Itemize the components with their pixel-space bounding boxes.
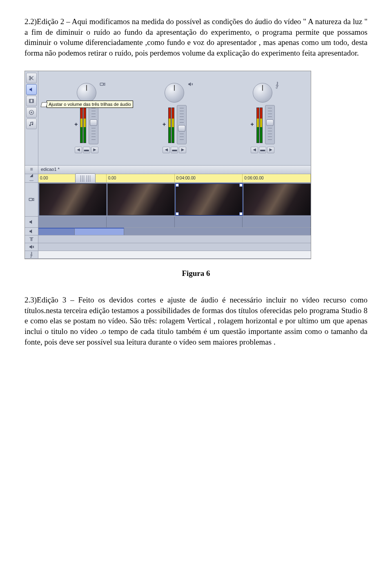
video-track	[25, 183, 311, 217]
ruler-tick-0: 0.00	[38, 174, 107, 182]
svg-rect-6	[29, 198, 32, 201]
music-note-icon[interactable]	[26, 119, 37, 129]
disc-icon[interactable]	[26, 107, 37, 118]
level-meter-1	[80, 106, 86, 143]
camera-icon[interactable]	[25, 183, 38, 216]
ruler-tick-2: 0:04:00.00	[175, 174, 243, 182]
audio1-seg-1[interactable]	[38, 217, 107, 227]
pan-knob-1[interactable]	[77, 83, 96, 103]
camera-mini-icon	[99, 81, 107, 88]
figure-caption: Figura 6	[24, 268, 368, 279]
mute-icon	[187, 81, 195, 88]
collapse-icon: ◢	[30, 172, 33, 178]
paragraph-edicao-2: 2.2)Edição 2 – Aqui modificamos na medid…	[24, 16, 368, 58]
channel-2: + ◄▬►	[163, 83, 187, 153]
audio2-seg-A[interactable]	[38, 228, 75, 235]
sfx-track	[25, 243, 311, 251]
film-icon[interactable]	[26, 96, 37, 106]
audio1-seg-3[interactable]	[175, 217, 243, 227]
paragraph-edicao-3: 2.3)Edição 3 – Feito os devidos cortes e…	[24, 295, 368, 347]
volume-tooltip: Ajustar o volume das três trilhas de áud…	[47, 101, 133, 108]
plus-label-3: +	[251, 121, 254, 128]
plus-label-1: +	[74, 121, 78, 128]
studio8-screenshot: Ajustar o volume das três trilhas de áud…	[24, 71, 311, 259]
plus-label-2: +	[163, 121, 166, 128]
svg-point-1	[29, 78, 31, 80]
audio2-seg-rest[interactable]	[124, 228, 311, 235]
pan-buttons-1[interactable]: ◄▬►	[75, 147, 98, 153]
channel-1: + ◄▬►	[74, 83, 98, 153]
pan-buttons-2[interactable]: ◄▬►	[163, 147, 186, 153]
audio2-seg-B[interactable]	[75, 228, 124, 235]
scissors-icon[interactable]	[26, 73, 37, 83]
video-clip-2[interactable]	[107, 184, 175, 215]
project-name: edicao1 *	[38, 166, 62, 172]
pan-buttons-3[interactable]: ◄▬►	[251, 147, 274, 153]
treble-clef-icon	[275, 81, 283, 88]
svg-point-3	[29, 110, 34, 114]
volume-slider-1[interactable]	[89, 105, 98, 144]
time-ruler[interactable]: ◢ 〰 0.00 0.00 0:04:00.00 0:06:00.00	[25, 174, 311, 183]
pan-knob-3[interactable]	[253, 83, 272, 103]
channel-3: + ◄▬►	[251, 83, 275, 153]
title-track-icon[interactable]	[25, 235, 38, 243]
title-track	[25, 235, 311, 243]
svg-rect-5	[100, 83, 103, 85]
audio1-seg-2[interactable]	[107, 217, 175, 227]
mute-track-icon[interactable]	[25, 243, 38, 251]
timeline-panel: ≡ edicao1 * ◢ 〰 0.00 0.00 0:04:00.00 0:0…	[25, 165, 311, 259]
audio1-seg-4[interactable]	[243, 217, 311, 227]
svg-point-4	[31, 112, 32, 112]
video-clip-1[interactable]	[39, 184, 107, 215]
speaker-track-2-icon[interactable]	[25, 228, 38, 235]
audio-track-1	[25, 217, 311, 228]
audio-mixer-panel: Ajustar o volume das três trilhas de áud…	[25, 71, 311, 165]
timeline-header: ≡ edicao1 *	[25, 166, 311, 174]
ruler-tick-3: 0:06:00.00	[243, 174, 311, 182]
speaker-track-icon[interactable]	[25, 217, 38, 227]
video-clip-3[interactable]	[176, 184, 243, 215]
volume-slider-2[interactable]	[177, 105, 187, 144]
mixer-tool-column	[25, 71, 38, 165]
speaker-icon[interactable]	[26, 84, 37, 95]
level-meter-2	[168, 106, 174, 143]
volume-slider-3[interactable]	[265, 105, 275, 144]
treble-clef-track-icon[interactable]	[25, 251, 38, 258]
pan-knob-2[interactable]	[165, 83, 184, 103]
mixer-channels: Ajustar o volume das três trilhas de áud…	[38, 71, 311, 165]
ruler-tick-1: 0.00	[107, 174, 175, 182]
level-meter-3	[256, 106, 263, 143]
svg-point-0	[29, 76, 31, 78]
video-clip-4[interactable]	[243, 184, 311, 215]
ruler-toggle[interactable]: ◢ 〰	[25, 174, 38, 182]
music-track	[25, 251, 311, 259]
audio-track-2	[25, 228, 311, 235]
figure-6-container: Ajustar o volume das três trilhas de áud…	[24, 71, 368, 279]
svg-rect-2	[29, 99, 34, 102]
